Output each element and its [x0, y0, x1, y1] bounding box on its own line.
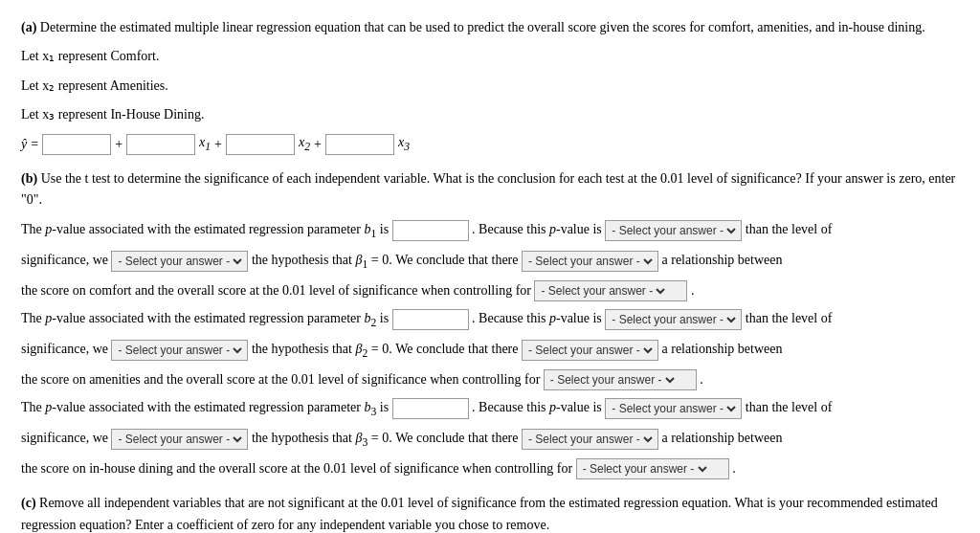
b3-rel-text: a relationship between: [662, 431, 783, 445]
b1-score-text: the score on comfort and the overall sco…: [21, 283, 531, 298]
b3-reject-select[interactable]: - Select your answer - reject cannot rej…: [114, 432, 245, 447]
b2-pvalue-input[interactable]: [392, 309, 469, 330]
b3-reject-select-box[interactable]: - Select your answer - reject cannot rej…: [111, 429, 248, 450]
b2-rel-select-box[interactable]: - Select your answer - is is not: [522, 340, 658, 361]
b1-than: than the level of: [746, 222, 833, 236]
b3-rel-select[interactable]: - Select your answer - is is not: [524, 432, 656, 447]
b2-block3: the score on amenities and the overall s…: [21, 368, 959, 391]
part-b-section: (b) Use the t test to determine the sign…: [21, 168, 959, 480]
b1-reject-select-box[interactable]: - Select your answer - reject cannot rej…: [111, 251, 248, 272]
b3-intro: The p-value associated with the estimate…: [21, 400, 389, 414]
b1-intro: The p-value associated with the estimate…: [21, 222, 389, 236]
b2-than: than the level of: [746, 311, 833, 325]
b3-block3: the score on in-house dining and the ove…: [21, 457, 959, 480]
b2-hyp: the hypothesis that β2 = 0. We conclude …: [252, 342, 519, 356]
b1-dot: .: [691, 283, 695, 298]
part-a-label: (a): [21, 20, 36, 34]
b2-block2: significance, we - Select your answer - …: [21, 338, 959, 364]
b1-input-a[interactable]: [126, 134, 195, 155]
b2-score-text: the score on amenities and the overall s…: [21, 372, 540, 387]
b1-rel-select[interactable]: - Select your answer - is is not: [524, 254, 656, 269]
b3-because: . Because this p-value is: [472, 400, 602, 414]
b2-compare-select-box[interactable]: - Select your answer - less greater: [605, 309, 742, 330]
part-c-section: (c) Remove all independent variables tha…: [21, 493, 959, 533]
b1-rel-text: a relationship between: [662, 253, 783, 267]
b3-dot: .: [732, 461, 736, 476]
b2-controlling-select-box[interactable]: - Select your answer - x1 and x3 x2 and …: [544, 369, 697, 390]
b1-because: . Because this p-value is: [472, 222, 602, 236]
b3-block2: significance, we - Select your answer - …: [21, 427, 959, 453]
b1-pvalue-input[interactable]: [392, 220, 469, 241]
part-a-section: (a) Determine the estimated multiple lin…: [21, 17, 959, 155]
b2-because: . Because this p-value is: [472, 311, 602, 325]
x1-label-a: x1: [199, 135, 211, 153]
b1-hyp: the hypothesis that β1 = 0. We conclude …: [252, 253, 519, 267]
b1-controlling-select-box[interactable]: - Select your answer - x2 and x3 x1 and …: [534, 280, 687, 301]
b3-hyp: the hypothesis that β3 = 0. We conclude …: [252, 431, 519, 445]
b2-compare-select[interactable]: - Select your answer - less greater: [608, 312, 739, 327]
x3-label-a: x3: [398, 135, 410, 153]
b1-compare-select-box[interactable]: - Select your answer - less greater: [605, 220, 742, 241]
b3-compare-select[interactable]: - Select your answer - less greater: [608, 401, 739, 416]
b2-input-a[interactable]: [226, 134, 295, 155]
part-b-label: (b): [21, 171, 37, 186]
b2-intro: The p-value associated with the estimate…: [21, 311, 389, 325]
b2-rel-select[interactable]: - Select your answer - is is not: [524, 343, 656, 358]
x2-label-a: x2: [299, 135, 310, 153]
yhat-symbol-a: ŷ: [21, 137, 27, 152]
b3-controlling-select[interactable]: - Select your answer - x1 and x2 x1 and …: [579, 461, 710, 477]
b3-compare-select-box[interactable]: - Select your answer - less greater: [605, 398, 742, 419]
part-c-label: (c): [21, 496, 36, 510]
b2-dot: .: [700, 372, 703, 387]
b3-rel-select-box[interactable]: - Select your answer - is is not: [522, 429, 658, 450]
part-a-equation: ŷ = + x1 + x2 + x3: [21, 134, 959, 155]
b3-than: than the level of: [746, 400, 833, 414]
part-a-text: (a) Determine the estimated multiple lin…: [21, 17, 959, 38]
b1-reject-select[interactable]: - Select your answer - reject cannot rej…: [114, 254, 245, 269]
b1-block3: the score on comfort and the overall sco…: [21, 279, 959, 302]
b3-pvalue-input[interactable]: [392, 398, 469, 419]
b3-block: The p-value associated with the estimate…: [21, 396, 959, 422]
b2-sig-we: significance, we: [21, 342, 108, 356]
b3-sig-we: significance, we: [21, 431, 108, 445]
let1: Let x₁ represent Comfort.: [21, 46, 959, 67]
b2-rel-text: a relationship between: [662, 342, 783, 356]
b1-block: The p-value associated with the estimate…: [21, 218, 959, 244]
let3: Let x₃ represent In-House Dining.: [21, 104, 959, 125]
b2-reject-select[interactable]: - Select your answer - reject cannot rej…: [114, 343, 245, 358]
b1-sig-we: significance, we: [21, 253, 108, 267]
b1-rel-select-box[interactable]: - Select your answer - is is not: [522, 251, 658, 272]
b3-controlling-select-box[interactable]: - Select your answer - x1 and x2 x1 and …: [576, 458, 729, 479]
part-c-text: (c) Remove all independent variables tha…: [21, 493, 959, 533]
b3-score-text: the score on in-house dining and the ove…: [21, 461, 572, 476]
b2-reject-select-box[interactable]: - Select your answer - reject cannot rej…: [111, 340, 248, 361]
b1-compare-select[interactable]: - Select your answer - less greater: [608, 223, 739, 238]
b1-block2: significance, we - Select your answer - …: [21, 249, 959, 275]
b1-controlling-select[interactable]: - Select your answer - x2 and x3 x1 and …: [537, 283, 668, 299]
b3-input-a[interactable]: [325, 134, 394, 155]
b2-controlling-select[interactable]: - Select your answer - x1 and x3 x2 and …: [546, 372, 678, 388]
part-b-text: (b) Use the t test to determine the sign…: [21, 168, 959, 211]
intercept-input-a[interactable]: [42, 134, 111, 155]
let2: Let x₂ represent Amenities.: [21, 76, 959, 97]
b2-block: The p-value associated with the estimate…: [21, 307, 959, 333]
